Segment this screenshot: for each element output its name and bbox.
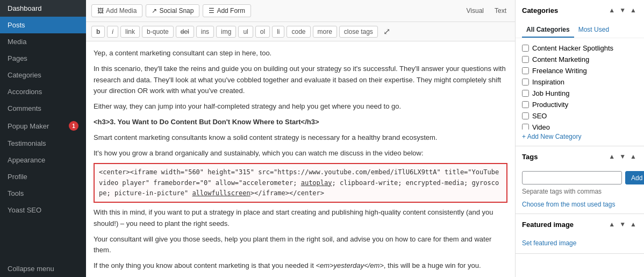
- category-item-inspiration: Inspiration: [522, 76, 638, 88]
- choose-tags-link[interactable]: Choose from the most used tags: [516, 198, 644, 214]
- format-bold-button[interactable]: b: [91, 26, 105, 38]
- tags-hint: Separate tags with commas: [516, 187, 644, 198]
- categories-arrow-up[interactable]: ▲: [607, 5, 616, 15]
- category-checkbox-inspiration[interactable]: [522, 79, 529, 86]
- category-checkbox-video[interactable]: [522, 124, 529, 130]
- featured-image-arrow-up[interactable]: ▲: [607, 219, 616, 229]
- format-close-tags-button[interactable]: close tags: [339, 26, 378, 38]
- format-link-button[interactable]: link: [120, 26, 140, 38]
- tags-panel-arrows: ▲ ▼ ▲: [607, 152, 638, 161]
- categories-panel: Categories ▲ ▼ ▲ All Categories Most Use…: [516, 0, 644, 146]
- category-item-content-marketing: Content Marketing: [522, 54, 638, 65]
- category-label-video: Video: [532, 123, 550, 130]
- add-media-icon: 🖼: [97, 7, 104, 15]
- featured-image-arrow-down[interactable]: ▼: [618, 219, 627, 229]
- category-item-seo: SEO: [522, 110, 638, 122]
- sidebar-item-posts[interactable]: Posts: [0, 17, 86, 33]
- tags-arrow-down[interactable]: ▼: [618, 152, 627, 161]
- format-ol-button[interactable]: ol: [255, 26, 270, 38]
- editor-paragraph-2: In this scenario, they'll take the reins…: [94, 63, 507, 97]
- category-item-freelance-writing: Freelance Writing: [522, 65, 638, 76]
- sidebar-item-appearance[interactable]: Appearance: [0, 152, 86, 168]
- add-tag-button[interactable]: Add: [625, 171, 644, 184]
- editor-paragraph-5: It's how you grow a brand organically an…: [94, 148, 507, 159]
- editor-heading-3: <h3>3. You Want to Do Content But Don't …: [94, 117, 507, 128]
- sidebar-item-testimonials[interactable]: Testimonials: [0, 135, 86, 152]
- categories-close[interactable]: ▲: [629, 5, 638, 15]
- editor-paragraph-6: With this in mind, if you want to put a …: [94, 207, 507, 230]
- highlighted-code-block: <center><iframe width="560" height="315"…: [94, 163, 507, 203]
- category-item-video: Video: [522, 122, 638, 130]
- categories-list: Content Hacker Spotlights Content Market…: [516, 38, 644, 130]
- category-label-content-hacker-spotlights: Content Hacker Spotlights: [532, 44, 613, 52]
- editor-paragraph-8: If the only thing you know about content…: [94, 260, 507, 272]
- format-ul-button[interactable]: ul: [238, 26, 253, 38]
- sidebar-item-tools[interactable]: Tools: [0, 185, 86, 202]
- categories-panel-title: Categories: [522, 6, 558, 15]
- tags-arrow-up[interactable]: ▲: [607, 152, 616, 161]
- main-editor: 🖼 Add Media ↗ Social Snap ☰ Add Form Vis…: [86, 0, 515, 277]
- popup-maker-badge: 1: [69, 121, 78, 131]
- add-new-category-link[interactable]: + Add New Category: [516, 130, 644, 146]
- sidebar-item-yoast-seo[interactable]: Yoast SEO: [0, 202, 86, 218]
- category-checkbox-content-hacker-spotlights[interactable]: [522, 45, 529, 52]
- featured-image-panel: Featured image ▲ ▼ ▲ Set featured image: [516, 214, 644, 254]
- category-label-freelance-writing: Freelance Writing: [532, 67, 587, 75]
- editor-toolbar: 🖼 Add Media ↗ Social Snap ☰ Add Form Vis…: [86, 0, 515, 22]
- categories-panel-arrows: ▲ ▼ ▲: [607, 5, 638, 15]
- tab-all-categories[interactable]: All Categories: [522, 24, 574, 38]
- fullscreen-button[interactable]: ⤢: [380, 25, 393, 38]
- sidebar: Dashboard Posts Media Pages Categories A…: [0, 0, 86, 277]
- sidebar-item-profile[interactable]: Profile: [0, 168, 86, 185]
- sidebar-item-comments[interactable]: Comments: [0, 100, 86, 117]
- format-li-button[interactable]: li: [272, 26, 284, 38]
- category-item-content-hacker-spotlights: Content Hacker Spotlights: [522, 42, 638, 54]
- sidebar-item-dashboard[interactable]: Dashboard: [0, 0, 86, 17]
- tags-panel: Tags ▲ ▼ ▲ Add Separate tags with commas…: [516, 146, 644, 214]
- editor-paragraph-3: Either way, they can jump into your half…: [94, 101, 507, 112]
- format-bquote-button[interactable]: b-quote: [142, 26, 174, 38]
- format-ins-button[interactable]: ins: [196, 26, 214, 38]
- sidebar-item-accordions[interactable]: Accordions: [0, 83, 86, 100]
- tags-input-row: Add: [516, 167, 644, 187]
- category-checkbox-job-hunting[interactable]: [522, 90, 529, 97]
- social-snap-button[interactable]: ↗ Social Snap: [146, 4, 199, 17]
- tags-panel-header[interactable]: Tags ▲ ▼ ▲: [516, 146, 644, 167]
- sidebar-item-pages[interactable]: Pages: [0, 50, 86, 67]
- featured-image-panel-header[interactable]: Featured image ▲ ▼ ▲: [516, 214, 644, 235]
- format-more-button[interactable]: more: [313, 26, 337, 38]
- right-sidebar: Categories ▲ ▼ ▲ All Categories Most Use…: [515, 0, 644, 277]
- sidebar-item-categories[interactable]: Categories: [0, 67, 86, 83]
- format-del-button[interactable]: del: [176, 26, 194, 38]
- categories-panel-header[interactable]: Categories ▲ ▼ ▲: [516, 0, 644, 20]
- set-featured-image-link[interactable]: Set featured image: [522, 239, 576, 247]
- category-label-content-marketing: Content Marketing: [532, 55, 589, 63]
- featured-image-close[interactable]: ▲: [629, 219, 638, 229]
- category-checkbox-freelance-writing[interactable]: [522, 67, 529, 74]
- category-item-productivity: Productivity: [522, 99, 638, 110]
- add-form-button[interactable]: ☰ Add Form: [203, 4, 251, 17]
- format-code-button[interactable]: code: [287, 26, 310, 38]
- sidebar-item-media[interactable]: Media: [0, 33, 86, 50]
- category-label-inspiration: Inspiration: [532, 78, 564, 86]
- featured-image-panel-title: Featured image: [522, 221, 574, 229]
- format-italic-button[interactable]: i: [107, 26, 118, 38]
- tags-close[interactable]: ▲: [629, 152, 638, 161]
- social-snap-icon: ↗: [152, 7, 157, 15]
- categories-arrow-down[interactable]: ▼: [618, 5, 627, 15]
- tags-input-field[interactable]: [522, 171, 622, 184]
- category-label-productivity: Productivity: [532, 101, 568, 109]
- sidebar-item-popup-maker[interactable]: Popup Maker 1: [0, 117, 86, 135]
- category-checkbox-seo[interactable]: [522, 112, 529, 119]
- format-img-button[interactable]: img: [216, 26, 236, 38]
- tags-panel-title: Tags: [522, 153, 538, 161]
- view-toggle: Visual Text: [463, 6, 510, 16]
- category-checkbox-content-marketing[interactable]: [522, 56, 529, 63]
- editor-content-area[interactable]: Yep, a content marketing consultant can …: [86, 41, 515, 277]
- visual-view-button[interactable]: Visual: [463, 6, 487, 16]
- category-checkbox-productivity[interactable]: [522, 101, 529, 108]
- tab-most-used[interactable]: Most Used: [574, 24, 613, 38]
- text-view-button[interactable]: Text: [491, 6, 510, 16]
- sidebar-item-collapse-menu[interactable]: Collapse menu: [0, 260, 86, 277]
- add-media-button[interactable]: 🖼 Add Media: [91, 4, 142, 17]
